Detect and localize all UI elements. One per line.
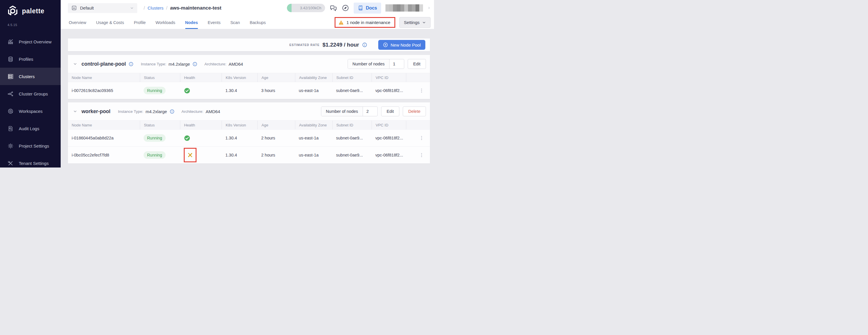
maintenance-alert-text: 1 node in maintenance [346, 20, 391, 25]
col-availability-zone: Availability Zone [295, 73, 332, 82]
tab-profile[interactable]: Profile [134, 16, 146, 29]
sidebar-item-workspaces[interactable]: Workspaces [0, 103, 61, 120]
node-name-cell: i-0bc05cc2efecf7fd8 [68, 153, 140, 157]
tab-scan[interactable]: Scan [230, 16, 240, 29]
col-vpc-id: VPC ID [372, 73, 406, 82]
delete-pool-button[interactable]: Delete [403, 107, 426, 116]
instance-type-value: m4.2xlarge [146, 109, 167, 114]
project-scope-icon [71, 5, 77, 11]
row-menu-button[interactable] [406, 88, 430, 93]
plus-circle-icon [383, 42, 388, 48]
logo-text: palette [22, 7, 44, 15]
docs-button[interactable]: Docs [354, 3, 381, 13]
info-icon[interactable] [192, 62, 197, 66]
table-row: i-0072619c82ac09365 Running 1.30.4 3 hou… [68, 82, 430, 99]
sidebar-item-label: Clusters [19, 74, 35, 79]
breadcrumb-separator: / [144, 5, 145, 11]
new-node-pool-button[interactable]: New Node Pool [378, 40, 425, 50]
col-subnet-id: Subnet ID [332, 121, 372, 129]
breadcrumb-clusters-link[interactable]: Clusters [148, 5, 163, 10]
servers-icon [7, 74, 13, 80]
usage-progress-fill [287, 4, 291, 12]
tab-overview[interactable]: Overview [69, 16, 86, 29]
tab-workloads[interactable]: Workloads [155, 16, 175, 29]
k8s-version-cell: 1.30.4 [222, 136, 257, 140]
sidebar-item-project-overview[interactable]: Project Overview [0, 33, 61, 50]
sidebar-item-audit-logs[interactable]: Audit Logs [0, 120, 61, 137]
sidebar: palette 4.5.15 Project Overview Profiles [0, 0, 61, 167]
pool-name: worker-pool [82, 109, 111, 115]
project-selector[interactable]: Default [68, 3, 137, 13]
status-badge: Running [144, 134, 165, 142]
sidebar-item-tenant-settings[interactable]: Tenant Settings [0, 155, 61, 167]
age-cell: 2 hours [257, 136, 295, 140]
col-status: Status [140, 121, 180, 129]
sidebar-item-label: Workspaces [19, 109, 42, 114]
col-actions [406, 73, 430, 82]
row-menu-button[interactable] [406, 136, 430, 140]
sidebar-item-project-settings[interactable]: Project Settings [0, 137, 61, 155]
availability-zone-cell: us-east-1a [295, 88, 332, 93]
maintenance-icon [187, 152, 193, 158]
settings-button-label: Settings [404, 20, 420, 25]
k8s-version-cell: 1.30.4 [222, 88, 257, 93]
version-label: 4.5.15 [0, 17, 61, 27]
feedback-chat-button[interactable] [330, 4, 337, 12]
tab-backups[interactable]: Backups [250, 16, 266, 29]
architecture-label: Architecture: [182, 109, 204, 114]
edit-pool-button[interactable]: Edit [381, 107, 399, 116]
new-node-pool-label: New Node Pool [391, 43, 421, 48]
row-menu-button[interactable] [406, 153, 430, 157]
instance-type-label: Instance Type: [118, 109, 143, 114]
col-health: Health [180, 121, 222, 129]
book-icon [358, 5, 363, 11]
col-health: Health [180, 73, 222, 82]
instance-type-label: Instance Type: [141, 62, 166, 66]
edit-pool-button[interactable]: Edit [408, 59, 426, 69]
subnet-id-cell: subnet-0ae9... [332, 153, 372, 157]
doc-search-icon [7, 125, 13, 132]
number-of-nodes-value[interactable]: 2 [363, 107, 377, 116]
chevron-right-icon[interactable] [427, 6, 431, 9]
info-icon[interactable] [129, 62, 133, 66]
col-subnet-id: Subnet ID [332, 73, 372, 82]
architecture-label: Architecture: [204, 62, 226, 66]
tab-events[interactable]: Events [208, 16, 220, 29]
sidebar-item-profiles[interactable]: Profiles [0, 50, 61, 68]
explore-button[interactable] [342, 4, 349, 12]
pool-actions: Number of nodes 2 Edit Delete [321, 107, 426, 116]
node-name-cell: i-0072619c82ac09365 [68, 88, 140, 93]
nodes-content: ESTIMATED RATE $1.2249 / hour New Node P… [61, 29, 434, 167]
palette-logo: palette [0, 0, 61, 17]
estimated-rate-value: $1.2249 / hour [322, 41, 359, 48]
sidebar-item-clusters[interactable]: Clusters [0, 68, 61, 85]
info-icon[interactable] [362, 42, 367, 48]
col-vpc-id: VPC ID [372, 121, 406, 129]
col-k8s-version: K8s Version [222, 121, 257, 129]
tab-usage-costs[interactable]: Usage & Costs [96, 16, 124, 29]
sidebar-item-label: Audit Logs [19, 126, 39, 131]
breadcrumb-separator: / [166, 5, 167, 11]
table-header: Node Name Status Health K8s Version Age … [68, 120, 430, 129]
collapse-chevron-icon[interactable] [73, 109, 77, 113]
vpc-id-cell: vpc-06f818f2... [372, 153, 406, 157]
number-of-nodes-control: Number of nodes 1 [348, 59, 404, 69]
sidebar-item-label: Project Settings [19, 143, 49, 148]
usage-quota-badge: 3.42/100kCh [287, 4, 325, 12]
network-icon [7, 91, 13, 97]
header: Default / Clusters / aws-maintenance-tes… [61, 0, 434, 29]
tab-nodes[interactable]: Nodes [185, 16, 198, 29]
info-icon[interactable] [169, 109, 175, 114]
project-selector-value: Default [80, 5, 94, 10]
maintenance-annotation-box [184, 148, 196, 162]
col-status: Status [140, 73, 180, 82]
node-name-cell: i-01860445a0ab8d22a [68, 136, 140, 140]
sidebar-item-label: Project Overview [19, 39, 52, 44]
status-badge: Running [144, 151, 165, 159]
number-of-nodes-value[interactable]: 1 [390, 59, 404, 68]
settings-button[interactable]: Settings [399, 17, 431, 28]
sidebar-item-cluster-groups[interactable]: Cluster Groups [0, 85, 61, 103]
collapse-chevron-icon[interactable] [73, 62, 77, 66]
compass-icon [342, 4, 349, 12]
tools-icon [7, 160, 13, 166]
